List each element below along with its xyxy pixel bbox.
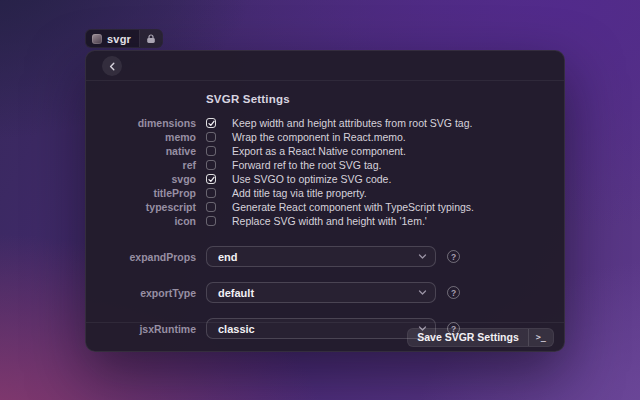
field-label: expandProps bbox=[86, 251, 196, 263]
settings-form: SVGR Settings dimensions Keep width and … bbox=[86, 81, 564, 339]
field-label: typescript bbox=[86, 201, 196, 213]
field-label: dimensions bbox=[86, 117, 196, 129]
lock-icon bbox=[146, 34, 156, 44]
check-icon bbox=[208, 120, 215, 127]
checkbox-dimensions[interactable] bbox=[206, 118, 216, 128]
select-value: end bbox=[218, 251, 238, 263]
checkbox-description[interactable]: Generate React component with TypeScript… bbox=[232, 201, 474, 213]
extension-tag-main[interactable]: svgr bbox=[86, 30, 139, 47]
field-label: ref bbox=[86, 159, 196, 171]
checkbox-row-icon: icon Replace SVG width and height with '… bbox=[86, 214, 564, 228]
dropdown-row-exporttype: exportType default ? bbox=[86, 282, 564, 303]
form-title: SVGR Settings bbox=[206, 93, 290, 105]
field-label: icon bbox=[86, 215, 196, 227]
select-value: default bbox=[218, 287, 254, 299]
checkbox-row-dimensions: dimensions Keep width and height attribu… bbox=[86, 116, 564, 130]
checkbox-description[interactable]: Use SVGO to optimize SVG code. bbox=[232, 173, 391, 185]
checkbox-svgo[interactable] bbox=[206, 174, 216, 184]
chevron-down-icon bbox=[418, 288, 427, 297]
field-label: svgo bbox=[86, 173, 196, 185]
extension-tag[interactable]: svgr bbox=[85, 29, 163, 48]
window-footer: Save SVGR Settings >_ bbox=[86, 322, 564, 351]
back-button[interactable] bbox=[102, 56, 122, 76]
help-icon[interactable]: ? bbox=[447, 250, 460, 263]
terminal-prompt-icon: >_ bbox=[528, 329, 553, 346]
svgr-extension-icon bbox=[92, 34, 102, 44]
chevron-down-icon bbox=[418, 252, 427, 261]
save-button-label: Save SVGR Settings bbox=[408, 329, 528, 346]
field-label: memo bbox=[86, 131, 196, 143]
checkbox-row-memo: memo Wrap the component in React.memo. bbox=[86, 130, 564, 144]
chevron-left-icon bbox=[108, 62, 117, 71]
field-label: exportType bbox=[86, 287, 196, 299]
checkbox-native[interactable] bbox=[206, 146, 216, 156]
extension-tag-lock[interactable] bbox=[139, 30, 162, 47]
svgr-settings-window: SVGR Settings dimensions Keep width and … bbox=[85, 50, 565, 352]
checkbox-description[interactable]: Wrap the component in React.memo. bbox=[232, 131, 406, 143]
checkbox-description[interactable]: Forward ref to the root SVG tag. bbox=[232, 159, 381, 171]
checkbox-description[interactable]: Export as a React Native component. bbox=[232, 145, 406, 157]
checkbox-description[interactable]: Add title tag via title property. bbox=[232, 187, 367, 199]
checkbox-ref[interactable] bbox=[206, 160, 216, 170]
field-label: native bbox=[86, 145, 196, 157]
checkbox-description[interactable]: Keep width and height attributes from ro… bbox=[232, 117, 472, 129]
checkbox-row-titleprop: titleProp Add title tag via title proper… bbox=[86, 186, 564, 200]
save-svgr-settings-button[interactable]: Save SVGR Settings >_ bbox=[407, 328, 554, 347]
field-label: titleProp bbox=[86, 187, 196, 199]
window-header bbox=[86, 51, 564, 81]
checkbox-typescript[interactable] bbox=[206, 202, 216, 212]
help-icon[interactable]: ? bbox=[447, 286, 460, 299]
checkbox-description[interactable]: Replace SVG width and height with '1em.' bbox=[232, 215, 427, 227]
check-icon bbox=[208, 176, 215, 183]
checkbox-row-svgo: svgo Use SVGO to optimize SVG code. bbox=[86, 172, 564, 186]
checkbox-memo[interactable] bbox=[206, 132, 216, 142]
exporttype-select[interactable]: default bbox=[206, 282, 436, 303]
checkbox-titleprop[interactable] bbox=[206, 188, 216, 198]
dropdown-row-expandprops: expandProps end ? bbox=[86, 246, 564, 267]
expandprops-select[interactable]: end bbox=[206, 246, 436, 267]
checkbox-row-ref: ref Forward ref to the root SVG tag. bbox=[86, 158, 564, 172]
extension-tag-title: svgr bbox=[107, 33, 131, 45]
checkbox-icon[interactable] bbox=[206, 216, 216, 226]
checkbox-row-typescript: typescript Generate React component with… bbox=[86, 200, 564, 214]
checkbox-row-native: native Export as a React Native componen… bbox=[86, 144, 564, 158]
